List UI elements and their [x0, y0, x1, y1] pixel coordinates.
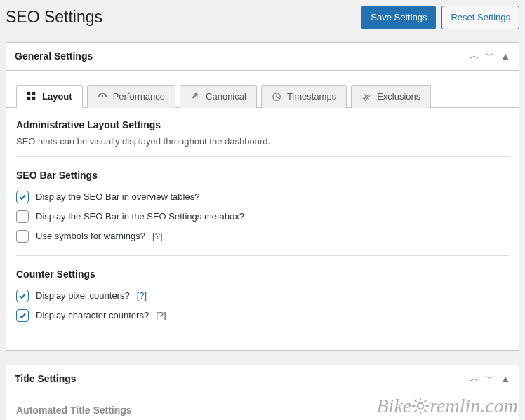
- svg-rect-2: [27, 97, 30, 100]
- divider: [16, 156, 509, 157]
- tab-timestamps-label: Timestamps: [287, 91, 336, 102]
- layout-icon: [27, 91, 36, 101]
- tab-canonical[interactable]: Canonical: [180, 85, 257, 108]
- counter-heading: Counter Settings: [16, 269, 509, 280]
- seobar-heading: SEO Bar Settings: [16, 170, 509, 181]
- svg-rect-0: [27, 92, 30, 95]
- seobar-opt1-label: Display the SEO Bar in overview tables?: [36, 191, 199, 202]
- svg-rect-1: [32, 92, 35, 95]
- tab-performance[interactable]: Performance: [87, 85, 175, 108]
- counter-opt1-label: Display pixel counters?: [36, 290, 130, 301]
- header-actions: Save Settings Reset Settings: [361, 6, 519, 29]
- seobar-opt2-label: Display the SEO Bar in the SEO Settings …: [36, 211, 244, 222]
- tab-layout-label: Layout: [42, 91, 72, 102]
- admin-layout-desc: SEO hints can be visually displayed thro…: [16, 136, 509, 147]
- counter-opt2-label: Display character counters?: [36, 310, 149, 320]
- canonical-icon: [190, 92, 200, 102]
- general-settings-panel: General Settings ︿ ﹀ ▲ Layout Performanc…: [6, 42, 519, 351]
- general-settings-header: General Settings ︿ ﹀ ▲: [6, 43, 519, 71]
- title-settings-header: Title Settings ︿ ﹀ ▲: [6, 365, 519, 393]
- page-title: SEO Settings: [6, 8, 102, 27]
- seobar-opt3-label: Use symbols for warnings?: [36, 231, 145, 241]
- tab-layout[interactable]: Layout: [16, 85, 83, 108]
- move-up-icon[interactable]: ︿: [470, 372, 479, 385]
- toggle-panel-icon[interactable]: ▲: [500, 50, 510, 62]
- timestamps-icon: [272, 92, 281, 102]
- tab-content: Administrative Layout Settings SEO hints…: [6, 108, 519, 350]
- svg-rect-3: [32, 97, 35, 100]
- counter-opt2-help[interactable]: [?]: [156, 310, 166, 320]
- performance-icon: [98, 92, 107, 102]
- tab-canonical-label: Canonical: [206, 91, 246, 102]
- move-down-icon[interactable]: ﹀: [485, 50, 495, 62]
- general-settings-title: General Settings: [15, 50, 93, 62]
- exclusions-icon: [361, 92, 371, 102]
- move-up-icon[interactable]: ︿: [470, 50, 479, 62]
- checkbox-pixel-counters[interactable]: [16, 290, 29, 302]
- title-settings-title: Title Settings: [15, 373, 77, 384]
- divider: [16, 255, 509, 256]
- tab-exclusions-label: Exclusions: [377, 91, 420, 102]
- tab-bar: Layout Performance Canonical Timestamps …: [6, 71, 519, 108]
- move-down-icon[interactable]: ﹀: [485, 372, 495, 385]
- checkbox-seobar-metabox[interactable]: [16, 210, 29, 223]
- save-button[interactable]: Save Settings: [361, 6, 436, 29]
- checkbox-seobar-symbols[interactable]: [16, 230, 29, 243]
- counter-opt1-help[interactable]: [?]: [137, 290, 147, 301]
- tab-timestamps[interactable]: Timestamps: [261, 85, 347, 108]
- title-settings-panel: Title Settings ︿ ﹀ ▲ Automated Title Set…: [6, 365, 519, 421]
- tab-performance-label: Performance: [113, 91, 165, 102]
- toggle-panel-icon[interactable]: ▲: [500, 373, 510, 384]
- checkbox-char-counters[interactable]: [16, 309, 29, 322]
- auto-title-heading: Automated Title Settings: [16, 405, 509, 416]
- seobar-opt3-help[interactable]: [?]: [152, 231, 162, 241]
- tab-exclusions[interactable]: Exclusions: [351, 85, 431, 108]
- reset-button[interactable]: Reset Settings: [441, 6, 519, 29]
- checkbox-seobar-overview[interactable]: [16, 191, 29, 203]
- admin-layout-heading: Administrative Layout Settings: [16, 119, 509, 130]
